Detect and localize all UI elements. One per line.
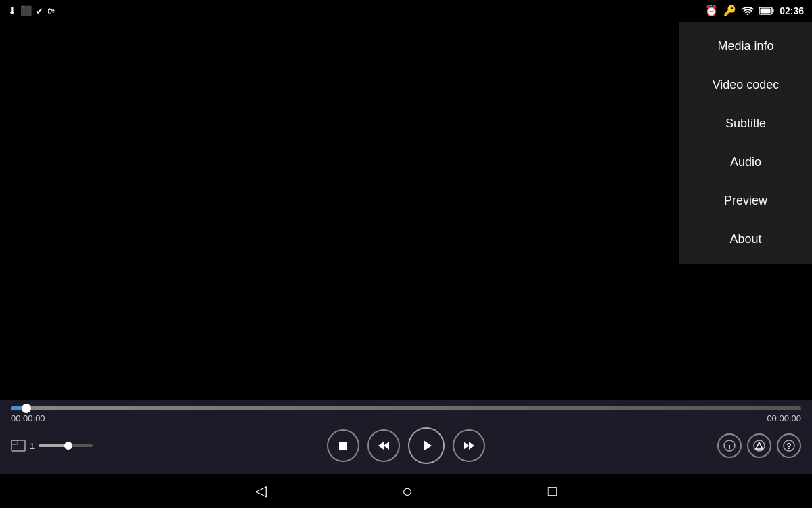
screen-ratio-icon xyxy=(11,440,26,452)
status-right-icons: ⏰ 🔑 02:36 xyxy=(705,5,804,17)
status-bar: ⬇ ⬛ ✔ 🛍 ⏰ 🔑 02:36 xyxy=(0,0,812,22)
menu-item-video-codec[interactable]: Video codec xyxy=(679,66,812,104)
controls-right: i ? xyxy=(538,433,801,458)
controls-left: 1 xyxy=(11,440,274,452)
controls-bar: 00:00:00 00:00:00 1 xyxy=(0,400,812,474)
aspect-icon xyxy=(753,440,765,452)
svg-rect-1 xyxy=(773,9,774,13)
current-time: 00:00:00 xyxy=(11,413,45,423)
volume-fill xyxy=(39,444,68,447)
help-button[interactable]: ? xyxy=(777,433,801,458)
menu-item-media-info[interactable]: Media info xyxy=(679,27,812,66)
rewind-icon xyxy=(377,440,390,452)
progress-fill xyxy=(11,406,26,410)
menu-item-preview[interactable]: Preview xyxy=(679,182,812,220)
svg-marker-9 xyxy=(464,442,469,450)
volume-track[interactable] xyxy=(39,444,93,447)
nav-bar: ◁ ○ □ xyxy=(0,474,812,508)
svg-marker-14 xyxy=(756,442,763,449)
volume-thumb xyxy=(64,442,72,450)
fastforward-button[interactable] xyxy=(453,429,485,462)
help-icon: ? xyxy=(783,440,795,452)
menu-item-subtitle[interactable]: Subtitle xyxy=(679,104,812,143)
rewind-button[interactable] xyxy=(367,429,400,462)
key-icon: 🔑 xyxy=(723,5,736,17)
play-button[interactable] xyxy=(408,427,445,464)
check-icon: ✔ xyxy=(36,6,43,16)
screen-icon: ⬛ xyxy=(20,5,32,16)
aspect-button[interactable] xyxy=(747,433,771,458)
alarm-icon: ⏰ xyxy=(705,5,718,17)
svg-marker-8 xyxy=(424,440,432,451)
menu-item-about[interactable]: About xyxy=(679,220,812,259)
battery-icon xyxy=(759,7,774,15)
info-button[interactable]: i xyxy=(717,433,742,458)
play-icon xyxy=(419,438,434,453)
volume-label: 1 xyxy=(30,441,35,451)
stop-icon xyxy=(337,440,349,452)
svg-rect-3 xyxy=(12,440,25,451)
home-button[interactable]: ○ xyxy=(402,481,413,502)
stop-button[interactable] xyxy=(327,429,359,462)
dropdown-menu: Media info Video codec Subtitle Audio Pr… xyxy=(679,22,812,264)
progress-track[interactable] xyxy=(11,406,801,410)
controls-row: 1 xyxy=(11,427,801,464)
svg-marker-7 xyxy=(384,442,389,450)
info-icon: i xyxy=(723,440,736,452)
fastforward-icon xyxy=(462,440,476,452)
shop-icon: 🛍 xyxy=(47,6,56,16)
status-left-icons: ⬇ ⬛ ✔ 🛍 xyxy=(8,5,56,16)
volume-area: 1 xyxy=(30,441,93,451)
recent-button[interactable]: □ xyxy=(548,482,557,500)
svg-rect-2 xyxy=(761,9,771,14)
svg-text:?: ? xyxy=(786,442,791,451)
download-icon: ⬇ xyxy=(8,5,16,16)
progress-container[interactable] xyxy=(11,406,801,410)
svg-marker-10 xyxy=(469,442,474,450)
svg-text:i: i xyxy=(728,442,730,450)
wifi-icon xyxy=(742,6,754,16)
total-time: 00:00:00 xyxy=(767,413,801,423)
video-area[interactable] xyxy=(0,0,677,454)
menu-item-audio[interactable]: Audio xyxy=(679,143,812,182)
controls-center xyxy=(274,427,537,464)
time-row: 00:00:00 00:00:00 xyxy=(11,413,801,423)
progress-thumb xyxy=(22,404,31,413)
svg-rect-5 xyxy=(339,442,347,450)
back-button[interactable]: ◁ xyxy=(255,482,267,500)
svg-rect-4 xyxy=(12,440,18,444)
clock-display: 02:36 xyxy=(780,5,804,16)
svg-marker-6 xyxy=(378,442,384,450)
